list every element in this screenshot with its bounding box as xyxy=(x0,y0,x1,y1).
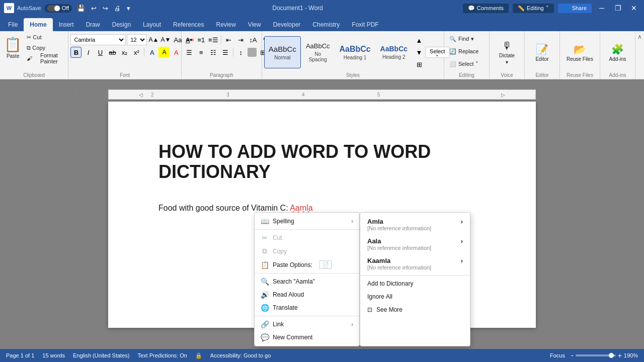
tab-view[interactable]: View xyxy=(242,18,267,31)
tab-developer[interactable]: Developer xyxy=(267,18,307,31)
tab-draw[interactable]: Draw xyxy=(80,18,106,31)
style-normal[interactable]: AaBbCc Normal xyxy=(264,36,301,68)
editor-icon: 📝 xyxy=(536,43,548,55)
subscript-button[interactable]: x₂ xyxy=(119,47,130,58)
paste-icon: 📋 xyxy=(4,36,22,53)
shading-button[interactable] xyxy=(248,48,257,57)
focus-button[interactable]: Focus xyxy=(550,352,565,358)
style-heading1[interactable]: AaBbCc Heading 1 xyxy=(335,36,375,68)
suggestion-aala[interactable]: Aala › [No reference information] xyxy=(360,234,470,254)
increase-indent-button[interactable]: ⇥ xyxy=(235,34,247,45)
new-comment-menu-item[interactable]: 💬 New Comment xyxy=(255,331,359,344)
zoom-level: 190% xyxy=(624,352,638,358)
align-center-button[interactable]: ≡ xyxy=(196,47,207,58)
strikethrough-button[interactable]: ab xyxy=(107,47,118,58)
zoom-out-button[interactable]: - xyxy=(571,351,574,359)
tab-file[interactable]: File xyxy=(2,18,24,31)
style-heading2[interactable]: AaBbCc Heading 2 xyxy=(376,36,412,68)
increase-font-button[interactable]: A▲ xyxy=(148,34,159,45)
text-effects-button[interactable]: A xyxy=(146,47,157,58)
customize-qa-button[interactable]: ▾ xyxy=(125,4,132,13)
decrease-indent-button[interactable]: ⇤ xyxy=(223,34,234,45)
redo-button[interactable]: ↪ xyxy=(101,4,110,13)
font-name-row: Cambria 12 A▲ A▼ Aa A✕ xyxy=(70,34,195,45)
ruler-mark-3: 3 xyxy=(226,92,229,98)
autosave-toggle[interactable]: Off xyxy=(44,4,72,13)
tab-chemistry[interactable]: Chemistry xyxy=(306,18,346,31)
voice-label: Voice xyxy=(492,72,522,79)
suggestion-amla[interactable]: Amla › [No reference information] xyxy=(360,215,470,234)
ignore-all-button[interactable]: Ignore All xyxy=(360,290,470,303)
aala-arrow: › xyxy=(461,237,463,245)
decrease-font-button[interactable]: A▼ xyxy=(160,34,171,45)
tab-foxit[interactable]: Foxit PDF xyxy=(346,18,384,31)
italic-button[interactable]: I xyxy=(83,47,94,58)
multilevel-list-button[interactable]: ≡☰ xyxy=(208,34,219,45)
reuse-files-button[interactable]: 📂 Reuse Files xyxy=(564,36,596,68)
close-button[interactable]: ✕ xyxy=(628,2,640,14)
zoom-slider[interactable] xyxy=(576,354,616,356)
dictate-button[interactable]: 🎙 Dictate ▾ xyxy=(496,36,518,68)
styles-down-button[interactable]: ▼ xyxy=(414,47,425,58)
select-button[interactable]: ⬜ Select ˅ xyxy=(446,58,481,69)
line-spacing-button[interactable]: ↕ xyxy=(235,47,247,58)
font-color-button[interactable]: A xyxy=(171,47,182,58)
read-aloud-menu-item[interactable]: 🔊 Read Aloud xyxy=(255,288,359,301)
paste-icon-clipboard[interactable]: 📄 xyxy=(319,260,332,269)
tab-insert[interactable]: Insert xyxy=(53,18,80,31)
bold-button[interactable]: B xyxy=(70,47,82,58)
tab-home[interactable]: Home xyxy=(24,18,52,31)
translate-menu-item[interactable]: 🌐 Translate xyxy=(255,301,359,314)
voice-group: 🎙 Dictate ▾ Voice xyxy=(490,31,525,79)
paste-button[interactable]: 📋 Paste xyxy=(2,32,24,62)
search-menu-item[interactable]: 🔍 Search "Aamla" xyxy=(255,275,359,288)
style-normal-preview: AaBbCc xyxy=(269,45,296,54)
underline-button[interactable]: U xyxy=(95,47,106,58)
numbering-button[interactable]: ≡1 xyxy=(196,34,207,45)
tab-design[interactable]: Design xyxy=(106,18,137,31)
collapse-ribbon-button[interactable]: ∧ xyxy=(637,33,642,40)
font-name-select[interactable]: Cambria xyxy=(70,34,126,45)
style-no-spacing[interactable]: AaBbCc No Spacing xyxy=(301,36,335,68)
tab-review[interactable]: Review xyxy=(210,18,242,31)
share-button[interactable]: 👤 Share xyxy=(558,4,592,13)
comments-button[interactable]: 💬 Comments xyxy=(463,4,509,13)
format-painter-button[interactable]: 🖌 Format Painter xyxy=(25,53,66,63)
sort-button[interactable]: ↕A xyxy=(248,34,259,45)
tab-references[interactable]: References xyxy=(167,18,210,31)
see-more-button[interactable]: ⊡ See More xyxy=(360,303,470,316)
superscript-button[interactable]: x² xyxy=(131,47,142,58)
spelling-menu-item[interactable]: 📖 Spelling › xyxy=(255,215,359,228)
tab-layout[interactable]: Layout xyxy=(137,18,167,31)
styles-expand-button[interactable]: ⊞ xyxy=(414,59,425,70)
ctx-cut-icon: ✂ xyxy=(261,234,269,242)
reuse-files-label: Reuse Files xyxy=(562,72,598,79)
align-left-button[interactable]: ☰ xyxy=(184,47,195,58)
cut-button[interactable]: ✂ Cut xyxy=(25,32,66,42)
minimize-button[interactable]: ─ xyxy=(596,2,608,14)
replace-button[interactable]: 🔄 Replace xyxy=(446,46,481,57)
copy-button[interactable]: ⧉ Copy xyxy=(25,43,66,53)
addins-button[interactable]: 🧩 Add-ins xyxy=(606,36,629,68)
print-button[interactable]: 🖨 xyxy=(112,4,123,13)
paste-options-menu-item[interactable]: 📋 Paste Options: 📄 xyxy=(255,258,359,272)
find-button[interactable]: 🔍 Find ▾ xyxy=(446,33,477,44)
restore-button[interactable]: ❐ xyxy=(612,2,624,14)
editor-button[interactable]: 📝 Editor xyxy=(532,36,552,68)
font-size-select[interactable]: 12 xyxy=(127,34,147,45)
link-menu-item[interactable]: 🔗 Link › xyxy=(255,318,359,331)
zoom-in-button[interactable]: + xyxy=(618,351,622,359)
highlight-button[interactable]: A xyxy=(158,47,170,58)
undo-button[interactable]: ↩ xyxy=(89,4,99,13)
context-menu: 📖 Spelling › ✂ Cut ⧉ Copy 📋 xyxy=(254,212,360,346)
suggestion-kaamla[interactable]: Kaamla › [No reference information] xyxy=(360,254,470,274)
add-to-dictionary-button[interactable]: Add to Dictionary xyxy=(360,277,470,290)
align-right-button[interactable]: ☷ xyxy=(208,47,219,58)
justify-button[interactable]: ☰ xyxy=(220,47,231,58)
paragraph-label: Paragraph xyxy=(184,72,260,79)
styles-up-button[interactable]: ▲ xyxy=(414,35,425,46)
bullets-button[interactable]: ≡• xyxy=(184,34,195,45)
editing-button[interactable]: ✏️ Editing ˅ xyxy=(513,4,554,13)
autosave-state: Off xyxy=(62,5,69,11)
save-button[interactable]: 💾 xyxy=(75,4,87,13)
